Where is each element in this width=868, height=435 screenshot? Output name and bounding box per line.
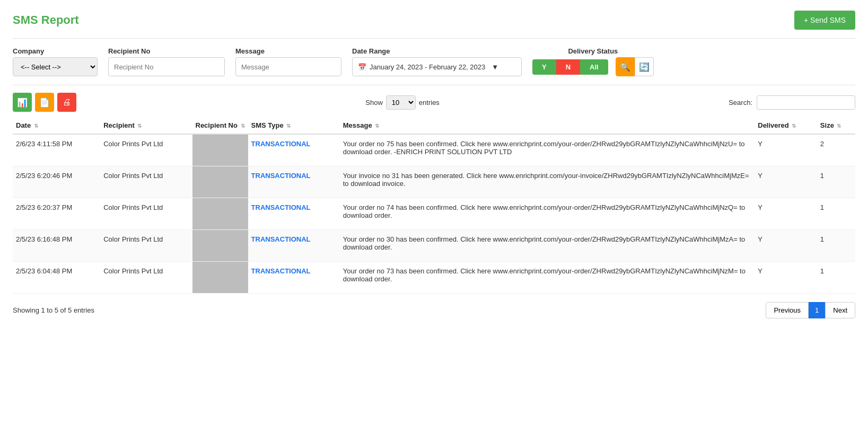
send-sms-button[interactable]: + Send SMS <box>794 11 855 30</box>
cell-date: 2/5/23 6:04:48 PM <box>13 261 100 293</box>
cell-message: Your order no 30 has been confirmed. Cli… <box>340 229 755 261</box>
message-label: Message <box>235 47 341 55</box>
cell-delivered: Y <box>755 229 817 261</box>
col-recipient: Recipient ⇅ <box>100 117 192 134</box>
company-select[interactable]: <-- Select --> <box>13 57 98 76</box>
cell-size: 1 <box>817 166 855 198</box>
search-icon: 🔍 <box>620 62 630 72</box>
sort-recipient-no-icon[interactable]: ⇅ <box>241 123 245 129</box>
current-page-number[interactable]: 1 <box>809 302 825 318</box>
cell-delivered: Y <box>755 198 817 229</box>
cell-message: Your invoice no 31 has been generated. C… <box>340 166 755 198</box>
cell-sms-type: TRANSACTIONAL <box>248 134 340 166</box>
cell-sms-type: TRANSACTIONAL <box>248 229 340 261</box>
date-range-picker[interactable]: 📅 January 24, 2023 - February 22, 2023 ▼ <box>352 57 522 76</box>
delivery-status-buttons: Y N All <box>532 59 608 75</box>
cell-delivered: Y <box>755 134 817 166</box>
company-label: Company <box>13 47 98 55</box>
cell-date: 2/5/23 6:20:37 PM <box>13 198 100 229</box>
cell-recipient-no <box>192 198 248 229</box>
delivery-status-label: Delivery Status <box>532 47 654 55</box>
sort-date-icon[interactable]: ⇅ <box>34 123 38 129</box>
cell-recipient-no <box>192 134 248 166</box>
cell-sms-type: TRANSACTIONAL <box>248 261 340 293</box>
pagination-info: Showing 1 to 5 of 5 entries <box>13 306 94 314</box>
sms-report-table: Date ⇅ Recipient ⇅ Recipient No ⇅ SMS Ty… <box>13 117 855 294</box>
cell-recipient: Color Prints Pvt Ltd <box>100 134 192 166</box>
table-search-input[interactable] <box>757 95 855 110</box>
message-filter: Message <box>235 47 341 76</box>
date-range-filter: Date Range 📅 January 24, 2023 - February… <box>352 47 522 76</box>
sort-size-icon[interactable]: ⇅ <box>837 123 841 129</box>
table-search: Search: <box>729 95 855 110</box>
cell-size: 2 <box>817 134 855 166</box>
cell-message: Your order no 75 has been confirmed. Cli… <box>340 134 755 166</box>
delivery-status-filter: Delivery Status Y N All 🔍 🔄 <box>532 47 654 76</box>
sort-recipient-icon[interactable]: ⇅ <box>137 123 142 129</box>
cell-size: 1 <box>817 198 855 229</box>
recipient-no-input[interactable] <box>108 57 225 76</box>
cell-recipient: Color Prints Pvt Ltd <box>100 166 192 198</box>
recipient-no-filter: Recipient No <box>108 47 225 76</box>
cell-delivered: Y <box>755 166 817 198</box>
table-row: 2/5/23 6:16:48 PM Color Prints Pvt Ltd T… <box>13 229 855 261</box>
delivery-n-button[interactable]: N <box>556 59 580 75</box>
pdf-icon: 📄 <box>39 97 50 108</box>
export-excel-button[interactable]: 📊 <box>13 93 32 112</box>
print-button[interactable]: 🖨 <box>57 93 76 112</box>
refresh-icon: 🔄 <box>639 62 650 72</box>
cell-size: 1 <box>817 261 855 293</box>
table-header-row: Date ⇅ Recipient ⇅ Recipient No ⇅ SMS Ty… <box>13 117 855 134</box>
cell-message: Your order no 73 has been confirmed. Cli… <box>340 261 755 293</box>
export-buttons: 📊 📄 🖨 <box>13 93 76 112</box>
cell-size: 1 <box>817 229 855 261</box>
col-date: Date ⇅ <box>13 117 100 134</box>
company-filter: Company <-- Select --> <box>13 47 98 76</box>
cell-date: 2/6/23 4:11:58 PM <box>13 134 100 166</box>
cell-recipient-no <box>192 229 248 261</box>
cell-recipient: Color Prints Pvt Ltd <box>100 261 192 293</box>
page-title: SMS Report <box>13 13 79 27</box>
filter-action-icons: 🔍 🔄 <box>616 57 654 76</box>
excel-icon: 📊 <box>17 97 28 108</box>
delivery-y-button[interactable]: Y <box>532 59 556 75</box>
search-filter-button[interactable]: 🔍 <box>616 57 635 76</box>
message-input[interactable] <box>235 57 341 76</box>
sort-message-icon[interactable]: ⇅ <box>375 123 379 129</box>
cell-delivered: Y <box>755 261 817 293</box>
cell-recipient-no <box>192 261 248 293</box>
show-entries: Show 10 25 50 100 entries <box>365 95 440 110</box>
table-row: 2/6/23 4:11:58 PM Color Prints Pvt Ltd T… <box>13 134 855 166</box>
delivery-all-button[interactable]: All <box>580 59 608 75</box>
cell-sms-type: TRANSACTIONAL <box>248 198 340 229</box>
col-recipient-no: Recipient No ⇅ <box>192 117 248 134</box>
date-range-label: Date Range <box>352 47 522 55</box>
next-button[interactable]: Next <box>825 302 855 318</box>
export-pdf-button[interactable]: 📄 <box>35 93 54 112</box>
print-icon: 🖨 <box>63 97 71 107</box>
recipient-no-label: Recipient No <box>108 47 225 55</box>
entries-label: entries <box>419 99 440 106</box>
pagination: Showing 1 to 5 of 5 entries Previous 1 N… <box>13 294 855 321</box>
entries-per-page-select[interactable]: 10 25 50 100 <box>386 95 416 110</box>
table-row: 2/5/23 6:20:46 PM Color Prints Pvt Ltd T… <box>13 166 855 198</box>
col-delivered: Delivered ⇅ <box>755 117 817 134</box>
cell-recipient-no <box>192 166 248 198</box>
col-size: Size ⇅ <box>817 117 855 134</box>
show-label: Show <box>365 99 383 106</box>
previous-button[interactable]: Previous <box>766 302 809 318</box>
sort-delivered-icon[interactable]: ⇅ <box>792 123 796 129</box>
refresh-button[interactable]: 🔄 <box>635 57 654 76</box>
col-sms-type: SMS Type ⇅ <box>248 117 340 134</box>
date-range-value: January 24, 2023 - February 22, 2023 <box>370 63 485 71</box>
cell-date: 2/5/23 6:20:46 PM <box>13 166 100 198</box>
sort-sms-type-icon[interactable]: ⇅ <box>286 123 291 129</box>
col-message: Message ⇅ <box>340 117 755 134</box>
pagination-buttons: Previous 1 Next <box>766 302 855 318</box>
cell-recipient: Color Prints Pvt Ltd <box>100 229 192 261</box>
calendar-icon: 📅 <box>358 63 366 71</box>
cell-date: 2/5/23 6:16:48 PM <box>13 229 100 261</box>
cell-sms-type: TRANSACTIONAL <box>248 166 340 198</box>
chevron-down-icon: ▼ <box>492 63 498 71</box>
table-row: 2/5/23 6:04:48 PM Color Prints Pvt Ltd T… <box>13 261 855 293</box>
